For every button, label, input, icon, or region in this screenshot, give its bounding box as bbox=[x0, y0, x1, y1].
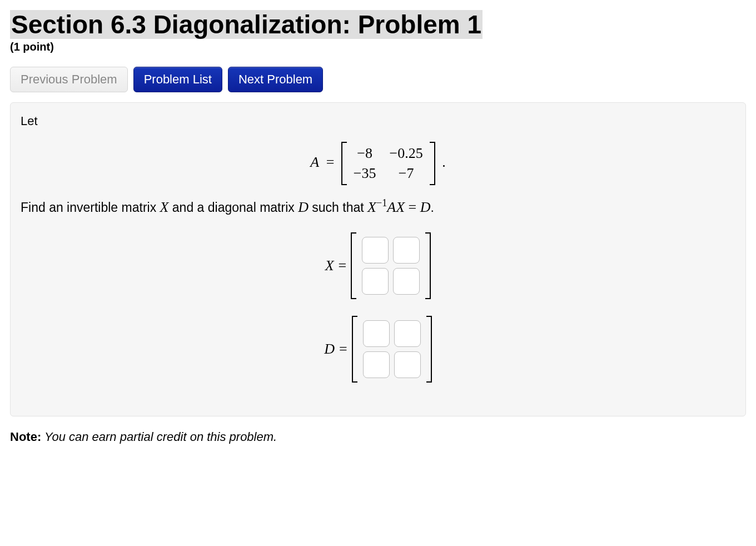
eq-d: D bbox=[420, 199, 431, 215]
prompt-d: D bbox=[298, 199, 309, 215]
bracket-right-icon bbox=[430, 142, 435, 185]
x-r1c1-input[interactable] bbox=[362, 237, 389, 264]
a-r1c2: −0.25 bbox=[390, 145, 423, 162]
equation-inline: X−1AX = D bbox=[367, 199, 430, 215]
bracket-left-icon bbox=[351, 232, 356, 299]
points-label: (1 point) bbox=[10, 41, 746, 53]
x-equals: = bbox=[339, 257, 347, 274]
d-r2c2-input[interactable] bbox=[394, 351, 421, 378]
matrix-d-input bbox=[352, 316, 432, 383]
note-body: You can earn partial credit on this prob… bbox=[41, 430, 277, 444]
x-r1c2-input[interactable] bbox=[393, 237, 420, 264]
matrix-a-label: A bbox=[310, 154, 319, 170]
d-label: D bbox=[324, 341, 335, 358]
matrix-a-period: . bbox=[442, 154, 446, 170]
matrix-x-input bbox=[351, 232, 431, 299]
d-input-grid bbox=[360, 316, 424, 383]
next-problem-button[interactable]: Next Problem bbox=[228, 67, 323, 92]
page-title: Section 6.3 Diagonalization: Problem 1 bbox=[10, 10, 483, 39]
equals-sign: = bbox=[326, 154, 335, 170]
previous-problem-button: Previous Problem bbox=[10, 67, 128, 92]
note-text: Note: You can earn partial credit on thi… bbox=[10, 430, 746, 444]
d-equals: = bbox=[339, 341, 347, 358]
a-r2c2: −7 bbox=[390, 165, 423, 182]
x-r2c2-input[interactable] bbox=[393, 268, 420, 295]
bracket-left-icon bbox=[352, 316, 357, 383]
eq-equals: = bbox=[405, 199, 420, 215]
a-r2c1: −35 bbox=[354, 165, 376, 182]
prompt-pre: Find an invertible matrix bbox=[21, 200, 160, 215]
a-r1c1: −8 bbox=[354, 145, 376, 162]
matrix-x-input-row: X = bbox=[21, 232, 735, 299]
prompt-mid: and a diagonal matrix bbox=[168, 200, 298, 215]
prompt-text: Find an invertible matrix X and a diagon… bbox=[21, 197, 735, 216]
matrix-a-grid: −8 −0.25 −35 −7 bbox=[349, 142, 427, 185]
eq-x2: X bbox=[396, 199, 405, 215]
note-bold: Note: bbox=[10, 430, 41, 444]
matrix-d-input-row: D = bbox=[21, 316, 735, 383]
d-r1c1-input[interactable] bbox=[363, 320, 390, 347]
eq-a: A bbox=[387, 199, 396, 215]
matrix-a: −8 −0.25 −35 −7 bbox=[341, 142, 435, 185]
bracket-right-icon bbox=[426, 316, 432, 383]
x-r2c1-input[interactable] bbox=[362, 268, 389, 295]
prompt-post: such that bbox=[309, 200, 367, 215]
x-label: X bbox=[325, 257, 334, 274]
eq-xinv: X bbox=[367, 199, 376, 215]
d-r1c2-input[interactable] bbox=[394, 320, 421, 347]
eq-end: . bbox=[431, 200, 434, 215]
d-r2c1-input[interactable] bbox=[363, 351, 390, 378]
matrix-a-equation: A = −8 −0.25 −35 −7 . bbox=[21, 142, 735, 185]
bracket-left-icon bbox=[341, 142, 347, 185]
eq-inv-sup: −1 bbox=[376, 197, 387, 209]
header: Section 6.3 Diagonalization: Problem 1 (… bbox=[10, 10, 746, 53]
prompt-x: X bbox=[160, 199, 169, 215]
x-input-grid bbox=[359, 232, 423, 299]
let-text: Let bbox=[21, 114, 735, 128]
problem-panel: Let A = −8 −0.25 −35 −7 . Find an invert… bbox=[10, 102, 746, 416]
problem-list-button[interactable]: Problem List bbox=[133, 67, 222, 92]
nav-buttons: Previous Problem Problem List Next Probl… bbox=[10, 67, 746, 92]
bracket-right-icon bbox=[425, 232, 431, 299]
